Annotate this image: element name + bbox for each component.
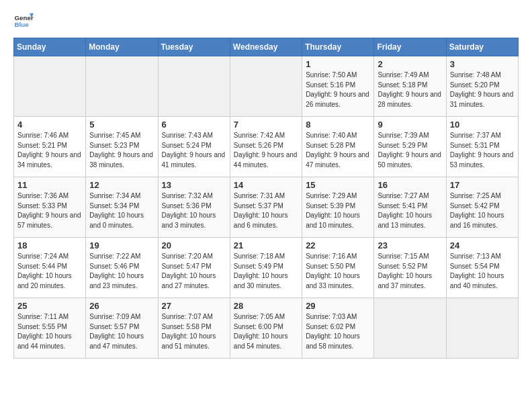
weekday-header-tuesday: Tuesday xyxy=(158,38,230,56)
weekday-header-friday: Friday xyxy=(374,38,446,56)
day-number: 24 xyxy=(450,240,515,250)
calendar-cell: 22Sunrise: 7:16 AMSunset: 5:50 PMDayligh… xyxy=(302,238,374,298)
day-info: Sunrise: 7:45 AMSunset: 5:23 PMDaylight:… xyxy=(89,131,154,170)
day-info: Sunrise: 7:09 AMSunset: 5:57 PMDaylight:… xyxy=(89,312,154,351)
calendar-cell xyxy=(230,56,302,117)
calendar-cell xyxy=(374,298,446,359)
calendar-cell xyxy=(158,56,230,117)
calendar-cell xyxy=(14,56,86,117)
weekday-header-wednesday: Wednesday xyxy=(230,38,302,56)
day-number: 12 xyxy=(89,180,154,190)
calendar-cell: 25Sunrise: 7:11 AMSunset: 5:55 PMDayligh… xyxy=(14,298,86,359)
calendar-cell: 13Sunrise: 7:32 AMSunset: 5:36 PMDayligh… xyxy=(158,177,230,238)
day-number: 29 xyxy=(306,301,370,311)
day-info: Sunrise: 7:46 AMSunset: 5:21 PMDaylight:… xyxy=(17,131,82,170)
day-number: 9 xyxy=(378,120,442,130)
day-number: 13 xyxy=(162,180,226,190)
calendar-cell: 5Sunrise: 7:45 AMSunset: 5:23 PMDaylight… xyxy=(86,117,158,177)
day-number: 16 xyxy=(378,180,442,190)
day-info: Sunrise: 7:34 AMSunset: 5:34 PMDaylight:… xyxy=(89,191,154,230)
weekday-header-monday: Monday xyxy=(86,38,158,56)
calendar-cell: 14Sunrise: 7:31 AMSunset: 5:37 PMDayligh… xyxy=(230,177,302,238)
day-info: Sunrise: 7:15 AMSunset: 5:52 PMDaylight:… xyxy=(378,252,442,291)
day-info: Sunrise: 7:20 AMSunset: 5:47 PMDaylight:… xyxy=(162,252,226,291)
day-number: 17 xyxy=(450,180,515,190)
day-number: 22 xyxy=(306,240,370,250)
weekday-header-sunday: Sunday xyxy=(14,38,86,56)
day-info: Sunrise: 7:48 AMSunset: 5:20 PMDaylight:… xyxy=(450,71,515,109)
day-number: 15 xyxy=(306,180,370,190)
day-number: 20 xyxy=(162,240,226,250)
logo: General Blue xyxy=(13,11,34,31)
calendar-cell: 12Sunrise: 7:34 AMSunset: 5:34 PMDayligh… xyxy=(86,177,158,238)
calendar-cell: 15Sunrise: 7:29 AMSunset: 5:39 PMDayligh… xyxy=(302,177,374,238)
calendar-cell: 3Sunrise: 7:48 AMSunset: 5:20 PMDaylight… xyxy=(446,56,518,117)
calendar-cell: 2Sunrise: 7:49 AMSunset: 5:18 PMDaylight… xyxy=(374,56,446,117)
day-info: Sunrise: 7:39 AMSunset: 5:29 PMDaylight:… xyxy=(378,131,442,170)
day-number: 23 xyxy=(378,240,442,250)
calendar-cell: 18Sunrise: 7:24 AMSunset: 5:44 PMDayligh… xyxy=(14,238,86,298)
calendar-cell: 26Sunrise: 7:09 AMSunset: 5:57 PMDayligh… xyxy=(86,298,158,359)
calendar-cell: 11Sunrise: 7:36 AMSunset: 5:33 PMDayligh… xyxy=(14,177,86,238)
day-number: 25 xyxy=(17,301,82,311)
day-number: 26 xyxy=(89,301,154,311)
calendar-cell: 6Sunrise: 7:43 AMSunset: 5:24 PMDaylight… xyxy=(158,117,230,177)
calendar-cell: 24Sunrise: 7:13 AMSunset: 5:54 PMDayligh… xyxy=(446,238,518,298)
calendar-cell: 27Sunrise: 7:07 AMSunset: 5:58 PMDayligh… xyxy=(158,298,230,359)
day-info: Sunrise: 7:42 AMSunset: 5:26 PMDaylight:… xyxy=(234,131,298,170)
day-number: 27 xyxy=(162,301,226,311)
day-info: Sunrise: 7:31 AMSunset: 5:37 PMDaylight:… xyxy=(234,191,298,230)
day-number: 7 xyxy=(234,120,298,130)
day-number: 21 xyxy=(234,240,298,250)
logo-icon: General Blue xyxy=(13,11,34,31)
day-info: Sunrise: 7:25 AMSunset: 5:42 PMDaylight:… xyxy=(450,191,515,230)
calendar-cell: 20Sunrise: 7:20 AMSunset: 5:47 PMDayligh… xyxy=(158,238,230,298)
day-number: 3 xyxy=(450,59,515,69)
day-info: Sunrise: 7:22 AMSunset: 5:46 PMDaylight:… xyxy=(89,252,154,291)
calendar-cell: 16Sunrise: 7:27 AMSunset: 5:41 PMDayligh… xyxy=(374,177,446,238)
calendar-table: SundayMondayTuesdayWednesdayThursdayFrid… xyxy=(13,38,519,359)
day-info: Sunrise: 7:13 AMSunset: 5:54 PMDaylight:… xyxy=(450,252,515,291)
day-info: Sunrise: 7:27 AMSunset: 5:41 PMDaylight:… xyxy=(378,191,442,230)
day-info: Sunrise: 7:43 AMSunset: 5:24 PMDaylight:… xyxy=(162,131,226,170)
calendar-cell xyxy=(446,298,518,359)
calendar-cell: 7Sunrise: 7:42 AMSunset: 5:26 PMDaylight… xyxy=(230,117,302,177)
calendar-cell: 28Sunrise: 7:05 AMSunset: 6:00 PMDayligh… xyxy=(230,298,302,359)
calendar-cell: 8Sunrise: 7:40 AMSunset: 5:28 PMDaylight… xyxy=(302,117,374,177)
day-number: 10 xyxy=(450,120,515,130)
day-info: Sunrise: 7:07 AMSunset: 5:58 PMDaylight:… xyxy=(162,312,226,351)
day-number: 5 xyxy=(89,120,154,130)
day-number: 19 xyxy=(89,240,154,250)
calendar-cell: 10Sunrise: 7:37 AMSunset: 5:31 PMDayligh… xyxy=(446,117,518,177)
day-info: Sunrise: 7:24 AMSunset: 5:44 PMDaylight:… xyxy=(17,252,82,291)
day-number: 18 xyxy=(17,240,82,250)
day-info: Sunrise: 7:49 AMSunset: 5:18 PMDaylight:… xyxy=(378,71,442,109)
page-header: General Blue xyxy=(13,11,519,31)
day-number: 14 xyxy=(234,180,298,190)
calendar-header: SundayMondayTuesdayWednesdayThursdayFrid… xyxy=(14,38,519,56)
day-info: Sunrise: 7:37 AMSunset: 5:31 PMDaylight:… xyxy=(450,131,515,170)
weekday-header-saturday: Saturday xyxy=(446,38,518,56)
calendar-cell: 4Sunrise: 7:46 AMSunset: 5:21 PMDaylight… xyxy=(14,117,86,177)
day-info: Sunrise: 7:18 AMSunset: 5:49 PMDaylight:… xyxy=(234,252,298,291)
day-number: 1 xyxy=(306,59,370,69)
day-info: Sunrise: 7:36 AMSunset: 5:33 PMDaylight:… xyxy=(17,191,82,230)
day-number: 8 xyxy=(306,120,370,130)
day-info: Sunrise: 7:32 AMSunset: 5:36 PMDaylight:… xyxy=(162,191,226,230)
day-info: Sunrise: 7:29 AMSunset: 5:39 PMDaylight:… xyxy=(306,191,370,230)
day-info: Sunrise: 7:50 AMSunset: 5:16 PMDaylight:… xyxy=(306,71,370,109)
calendar-cell: 9Sunrise: 7:39 AMSunset: 5:29 PMDaylight… xyxy=(374,117,446,177)
calendar-cell: 23Sunrise: 7:15 AMSunset: 5:52 PMDayligh… xyxy=(374,238,446,298)
calendar-cell: 19Sunrise: 7:22 AMSunset: 5:46 PMDayligh… xyxy=(86,238,158,298)
day-number: 2 xyxy=(378,59,442,69)
day-info: Sunrise: 7:16 AMSunset: 5:50 PMDaylight:… xyxy=(306,252,370,291)
day-number: 4 xyxy=(17,120,82,130)
calendar-cell: 29Sunrise: 7:03 AMSunset: 6:02 PMDayligh… xyxy=(302,298,374,359)
calendar-cell: 17Sunrise: 7:25 AMSunset: 5:42 PMDayligh… xyxy=(446,177,518,238)
day-number: 11 xyxy=(17,180,82,190)
calendar-cell: 1Sunrise: 7:50 AMSunset: 5:16 PMDaylight… xyxy=(302,56,374,117)
day-number: 6 xyxy=(162,120,226,130)
calendar-cell xyxy=(86,56,158,117)
calendar-cell: 21Sunrise: 7:18 AMSunset: 5:49 PMDayligh… xyxy=(230,238,302,298)
svg-text:Blue: Blue xyxy=(15,21,30,28)
